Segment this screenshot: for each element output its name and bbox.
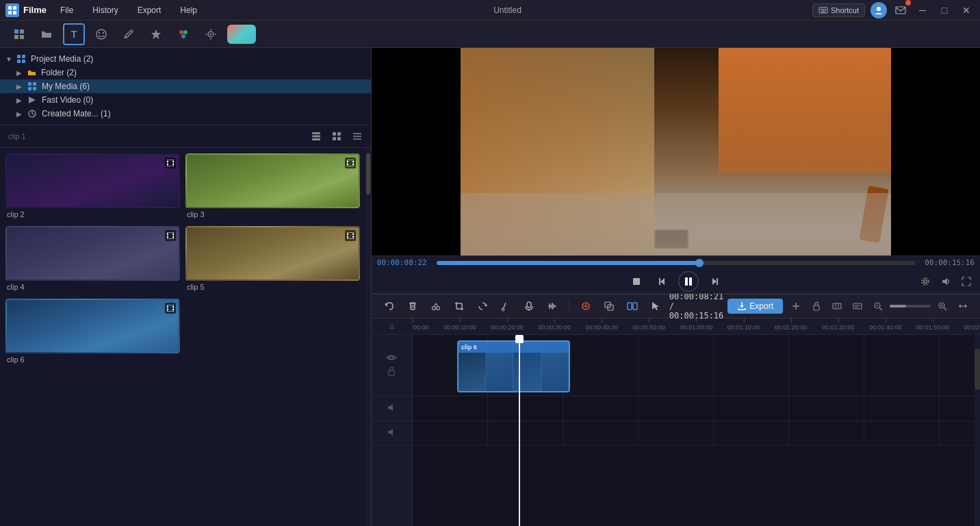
skip-back-icon (658, 277, 667, 286)
close-button[interactable]: ✕ (958, 2, 975, 18)
undo-btn[interactable] (380, 297, 399, 316)
volume-icon (941, 277, 951, 286)
delete-btn[interactable] (403, 297, 422, 316)
import-btn[interactable] (8, 23, 30, 45)
sticker-btn[interactable] (90, 23, 112, 45)
progress-bar[interactable] (437, 261, 915, 265)
media-scrollbar[interactable] (365, 148, 371, 526)
next-frame-button[interactable] (704, 271, 725, 292)
volume-btn[interactable] (938, 273, 954, 290)
fit-btn[interactable] (954, 297, 972, 315)
eye-icon[interactable] (386, 353, 397, 364)
list-view-btn[interactable] (349, 128, 365, 145)
svg-rect-64 (172, 234, 174, 235)
zoom-in-btn[interactable] (787, 297, 805, 315)
svg-rect-33 (28, 82, 31, 86)
media-item-clip4[interactable]: clip 4 (5, 226, 180, 293)
total-time: 00:00:15:16 (925, 258, 975, 267)
svg-rect-1 (13, 6, 16, 10)
svg-rect-79 (685, 277, 688, 286)
audio-btn[interactable] (200, 23, 222, 45)
title-btn[interactable]: T (63, 23, 85, 45)
stop-button[interactable] (626, 271, 647, 292)
time-display: 00:00:08:21 / 00:00:15:16 (669, 292, 723, 321)
fullscreen-btn[interactable] (958, 273, 975, 290)
overlay-btn[interactable] (599, 297, 619, 316)
media-item-clip2[interactable]: clip 2 (5, 153, 180, 221)
audio-track-row2 (413, 421, 975, 446)
gradient-btn[interactable] (227, 25, 256, 44)
svg-rect-55 (172, 164, 174, 165)
grid-view-btn[interactable] (328, 128, 345, 145)
svg-line-134 (944, 308, 946, 310)
layers-btn[interactable] (308, 128, 324, 145)
zoom-out-btn[interactable] (869, 297, 887, 315)
open-project-btn[interactable] (36, 23, 57, 45)
effects-btn[interactable] (145, 23, 167, 45)
tree-project-media[interactable]: ▼ Project Media (2) (0, 52, 371, 66)
user-avatar[interactable] (871, 2, 887, 18)
svg-rect-6 (823, 9, 824, 10)
clip-top-bar: clip 6 (459, 342, 569, 353)
minimize-button[interactable]: ─ (914, 2, 931, 18)
progress-handle[interactable] (695, 259, 704, 267)
rotate-btn[interactable] (473, 297, 492, 316)
audio-icon[interactable] (387, 403, 396, 414)
prev-frame-button[interactable] (652, 271, 673, 292)
film-icon (167, 305, 174, 312)
draw-btn[interactable] (496, 297, 515, 316)
settings-btn[interactable] (917, 273, 933, 290)
svg-rect-80 (689, 277, 692, 286)
cut-btn[interactable] (426, 297, 446, 316)
smart-cutout-btn[interactable] (576, 297, 595, 316)
caption-btn[interactable] (849, 297, 866, 315)
clip2-label: clip 2 (5, 208, 180, 221)
media-item-clip6[interactable]: clip 6 (5, 299, 180, 366)
audio-sync-btn[interactable] (828, 297, 846, 315)
clip6-timeline[interactable]: clip 6 (457, 340, 570, 392)
svg-rect-2 (8, 11, 12, 14)
audio-track-row1 (413, 397, 975, 421)
maximize-button[interactable]: □ (936, 2, 953, 18)
svg-point-9 (877, 7, 881, 11)
mail-button[interactable] (892, 2, 909, 18)
lock-track-icon[interactable] (387, 366, 396, 378)
hamburger-icon[interactable]: ≡ (389, 322, 394, 331)
svg-rect-3 (13, 11, 16, 14)
zoom-slider[interactable] (890, 305, 931, 308)
pen-btn[interactable] (118, 23, 140, 45)
audio2-icon[interactable] (387, 427, 396, 439)
media-item-clip3[interactable]: clip 3 (185, 153, 360, 221)
tree-fast-video[interactable]: ▶ Fast Video (0) (0, 93, 371, 107)
split-screen-btn[interactable] (623, 297, 642, 316)
svg-rect-69 (352, 234, 354, 235)
cursor-btn[interactable] (646, 297, 665, 316)
lock-btn[interactable] (808, 297, 825, 315)
menu-help[interactable]: Help (175, 4, 203, 16)
menu-history[interactable]: History (87, 4, 123, 16)
keyboard-icon (818, 5, 828, 15)
svg-rect-29 (17, 55, 21, 58)
video-track-header (372, 335, 412, 397)
shortcut-button[interactable]: Shortcut (812, 3, 865, 17)
crop-btn[interactable] (450, 297, 469, 316)
ruler-tick-7: 00:01:10:00 (744, 318, 777, 331)
speaker-icon (387, 403, 396, 412)
menu-file[interactable]: File (55, 4, 79, 16)
zoom-plus-btn[interactable] (933, 297, 951, 315)
video-indicator (165, 230, 176, 241)
color-btn[interactable] (172, 23, 194, 45)
tree-folder[interactable]: ▶ Folder (2) (0, 66, 371, 79)
video-indicator (345, 158, 356, 168)
export-button[interactable]: Export (727, 299, 783, 314)
video-track-row: clip 6 (413, 335, 975, 397)
play-pause-button[interactable] (678, 271, 699, 292)
clip-scroll-label: clip 1 (5, 132, 304, 140)
tree-my-media[interactable]: ▶ My Media (6) (0, 79, 371, 93)
audio-track-btn[interactable] (543, 297, 562, 316)
media-item-clip5[interactable]: clip 5 (185, 226, 360, 293)
tree-created-mate[interactable]: ▶ Created Mate... (1) (0, 107, 371, 121)
voice-btn[interactable] (519, 297, 539, 316)
menu-export[interactable]: Export (132, 4, 167, 16)
timeline-scrollbar[interactable] (975, 335, 980, 526)
